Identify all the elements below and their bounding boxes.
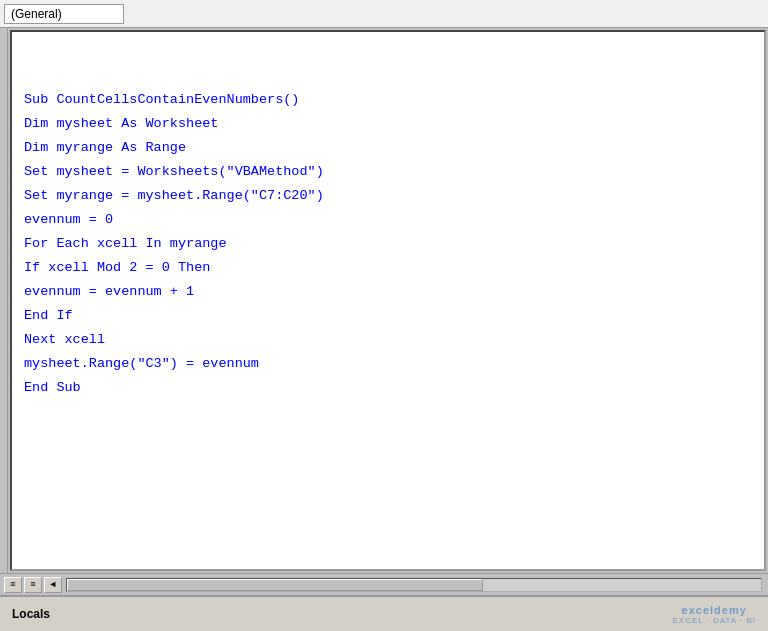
exceldemy-text: exceldemy: [682, 604, 747, 616]
general-label: (General): [11, 7, 62, 21]
code-line-7: For Each xcell In myrange: [24, 232, 752, 256]
code-line-9: evennum = evennum + 1: [24, 280, 752, 304]
indent-icon: ≡: [30, 580, 35, 590]
code-line-empty-6: [24, 472, 752, 496]
bottom-scrollbar: ≡ ≡ ◄: [0, 573, 768, 595]
code-line-empty-2: [24, 64, 752, 88]
code-line-empty-8: [24, 520, 752, 544]
editor-area[interactable]: Sub CountCellsContainEvenNumbers() Dim m…: [10, 30, 766, 571]
code-line-1: Sub CountCellsContainEvenNumbers(): [24, 88, 752, 112]
general-dropdown[interactable]: (General): [4, 4, 124, 24]
code-line-8: If xcell Mod 2 = 0 Then: [24, 256, 752, 280]
left-edge: [0, 28, 8, 573]
locals-bar: Locals exceldemy EXCEL · DATA · BI: [0, 595, 768, 631]
left-arrow-icon: ◄: [50, 580, 55, 590]
code-area[interactable]: Sub CountCellsContainEvenNumbers() Dim m…: [12, 32, 764, 569]
main-container: (General) Sub CountCellsContainEvenNumbe…: [0, 0, 768, 631]
code-line-11: Next xcell: [24, 328, 752, 352]
code-line-6: evennum = 0: [24, 208, 752, 232]
scroll-left-btn-1[interactable]: ≡: [4, 577, 22, 593]
locals-label: Locals: [12, 607, 50, 621]
code-line-10: End If: [24, 304, 752, 328]
code-line-empty-1: [24, 40, 752, 64]
code-line-5: Set myrange = mysheet.Range("C7:C20"): [24, 184, 752, 208]
code-line-empty-4: [24, 424, 752, 448]
top-bar: (General): [0, 0, 768, 28]
code-line-empty-5: [24, 448, 752, 472]
scroll-thumb: [67, 579, 483, 591]
code-line-4: Set mysheet = Worksheets("VBAMethod"): [24, 160, 752, 184]
code-line-empty-3: [24, 400, 752, 424]
code-line-13: End Sub: [24, 376, 752, 400]
lines-icon: ≡: [10, 580, 15, 590]
scroll-left-btn-2[interactable]: ≡: [24, 577, 42, 593]
code-line-empty-7: [24, 496, 752, 520]
code-line-12: mysheet.Range("C3") = evennum: [24, 352, 752, 376]
exceldemy-watermark: exceldemy EXCEL · DATA · BI: [672, 604, 756, 625]
code-line-2: Dim mysheet As Worksheet: [24, 112, 752, 136]
scroll-left-arrow[interactable]: ◄: [44, 577, 62, 593]
content-wrapper: Sub CountCellsContainEvenNumbers() Dim m…: [0, 28, 768, 573]
code-line-3: Dim myrange As Range: [24, 136, 752, 160]
exceldemy-sub: EXCEL · DATA · BI: [672, 616, 756, 625]
scroll-track[interactable]: [66, 578, 762, 592]
